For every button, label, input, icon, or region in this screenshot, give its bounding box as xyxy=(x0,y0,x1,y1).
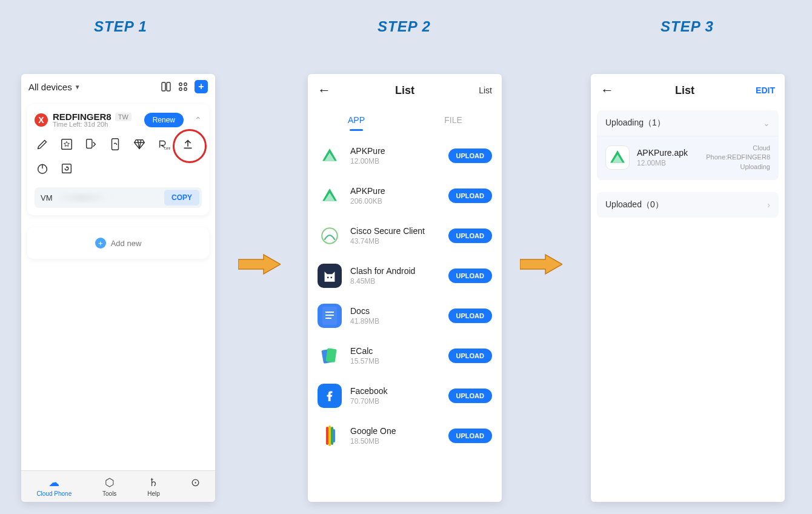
tab-app[interactable]: APP xyxy=(308,108,405,131)
app-row[interactable]: APKPure 12.00MB UPLOAD xyxy=(315,136,494,176)
app-name: Facebook xyxy=(350,386,440,396)
nav-tools[interactable]: ⬡ Tools xyxy=(102,476,116,497)
app-name: APKPure xyxy=(350,186,440,196)
svg-rect-3 xyxy=(167,82,170,91)
list-link[interactable]: List xyxy=(479,85,492,95)
edit-icon[interactable] xyxy=(36,138,49,151)
upload-icon[interactable] xyxy=(181,138,195,151)
svg-rect-10 xyxy=(112,139,119,150)
app-name: APKPure xyxy=(350,146,440,156)
plus-circle-icon: + xyxy=(95,238,106,249)
nav-cloud-phone[interactable]: ☁ Cloud Phone xyxy=(36,476,72,497)
step2-phone: ← List List APP FILE APKPure 12.00MB UPL… xyxy=(308,74,502,502)
arrow-icon xyxy=(520,253,562,275)
app-row[interactable]: Clash for Android 8.45MB UPLOAD xyxy=(315,256,494,296)
svg-marker-1 xyxy=(520,255,562,274)
apkpure-icon xyxy=(605,145,630,170)
edit-button[interactable]: EDIT xyxy=(756,85,775,95)
app-icon xyxy=(318,304,342,328)
page-title: List xyxy=(675,84,694,97)
app-size: 43.74MB xyxy=(350,237,440,245)
tab-file[interactable]: FILE xyxy=(405,108,502,131)
app-icon xyxy=(318,264,342,288)
copy-button[interactable]: COPY xyxy=(164,190,199,205)
step-2-label: STEP 2 xyxy=(378,18,431,35)
upload-button[interactable]: UPLOAD xyxy=(448,429,492,443)
help-icon: ♄ xyxy=(148,476,158,489)
bottom-nav: ☁ Cloud Phone ⬡ Tools ♄ Help ⊙ xyxy=(21,470,215,502)
swap-icon[interactable] xyxy=(84,138,98,151)
cloud-phone-icon: ☁ xyxy=(48,476,59,489)
add-new-card[interactable]: + Add new xyxy=(27,227,209,259)
svg-rect-22 xyxy=(325,348,336,362)
page-title: List xyxy=(395,84,414,97)
nav-help[interactable]: ♄ Help xyxy=(147,476,160,497)
devices-dropdown-label: All devices xyxy=(28,82,72,92)
upload-status: Uploading xyxy=(695,162,770,172)
step-1-label: STEP 1 xyxy=(94,18,147,35)
uploaded-label: Uploaded（0） xyxy=(605,199,664,210)
app-icon xyxy=(318,384,342,408)
root-off-icon[interactable]: OFF xyxy=(157,138,170,151)
nav-more-label xyxy=(195,490,196,497)
app-name: Cisco Secure Client xyxy=(350,226,440,236)
svg-rect-9 xyxy=(87,139,92,149)
svg-point-6 xyxy=(179,88,182,90)
svg-text:OFF: OFF xyxy=(164,147,170,150)
device-status-icon: X xyxy=(35,113,48,127)
app-size: 70.70MB xyxy=(350,397,440,406)
layout-toggle-icon[interactable] xyxy=(161,81,171,92)
uploading-header[interactable]: Uploading（1） ⌄ xyxy=(597,110,779,136)
device-card: X REDFINGER8 TW Time Left: 31d 20h Renew… xyxy=(27,104,209,215)
more-icon: ⊙ xyxy=(191,476,200,489)
step-3-label: STEP 3 xyxy=(661,18,714,35)
star-box-icon[interactable] xyxy=(60,138,73,151)
app-row[interactable]: Facebook 70.70MB UPLOAD xyxy=(315,376,494,416)
nav-more[interactable]: ⊙ xyxy=(191,476,200,497)
power-icon[interactable] xyxy=(36,162,49,175)
devices-dropdown[interactable]: All devices ▼ xyxy=(28,82,81,92)
region-badge: TW xyxy=(115,113,131,121)
back-button[interactable]: ← xyxy=(601,82,614,98)
arrow-icon xyxy=(238,253,281,275)
renew-button[interactable]: Renew xyxy=(144,113,184,127)
caret-down-icon: ▼ xyxy=(75,84,81,90)
add-button[interactable]: + xyxy=(195,80,208,93)
app-icon xyxy=(318,184,342,208)
svg-point-16 xyxy=(330,276,332,278)
app-row[interactable]: APKPure 206.00KB UPLOAD xyxy=(315,176,494,216)
upload-button[interactable]: UPLOAD xyxy=(448,269,492,283)
app-name: Google One xyxy=(350,426,440,436)
app-row[interactable]: Google One 18.50MB UPLOAD xyxy=(315,416,494,456)
diamond-icon[interactable] xyxy=(133,138,146,151)
chevron-down-icon: ⌄ xyxy=(763,118,770,128)
chevron-up-icon[interactable]: ⌃ xyxy=(195,115,202,125)
upload-button[interactable]: UPLOAD xyxy=(448,309,492,323)
grid-icon[interactable] xyxy=(178,81,188,92)
nav-tools-label: Tools xyxy=(102,490,116,497)
vm-id-prefix: VM xyxy=(41,193,53,202)
upload-button[interactable]: UPLOAD xyxy=(448,349,492,363)
step3-phone: ← List EDIT Uploading（1） ⌄ APKPure.apk 1… xyxy=(591,74,785,502)
restore-icon[interactable] xyxy=(60,162,73,175)
app-list: APKPure 12.00MB UPLOAD APKPure 206.00KB … xyxy=(308,131,502,502)
upload-button[interactable]: UPLOAD xyxy=(448,229,492,243)
nav-help-label: Help xyxy=(147,490,160,497)
app-row[interactable]: Docs 41.89MB UPLOAD xyxy=(315,296,494,336)
svg-rect-20 xyxy=(325,318,331,319)
upload-button[interactable]: UPLOAD xyxy=(448,389,492,403)
uploaded-header[interactable]: Uploaded（0） › xyxy=(597,192,779,218)
phone-refresh-icon[interactable] xyxy=(108,138,122,151)
app-icon xyxy=(318,224,342,248)
upload-button[interactable]: UPLOAD xyxy=(448,189,492,203)
uploading-item[interactable]: APKPure.apk 12.00MB Cloud Phone:REDFINGE… xyxy=(597,136,779,180)
upload-button[interactable]: UPLOAD xyxy=(448,149,492,163)
app-row[interactable]: ECalc 15.57MB UPLOAD xyxy=(315,336,494,376)
app-icon xyxy=(318,144,342,168)
add-new-label: Add new xyxy=(111,239,142,248)
upload-item-size: 12.00MB xyxy=(637,159,688,167)
app-name: Clash for Android xyxy=(350,266,440,276)
back-button[interactable]: ← xyxy=(318,82,331,98)
svg-point-4 xyxy=(179,83,182,85)
app-row[interactable]: Cisco Secure Client 43.74MB UPLOAD xyxy=(315,216,494,256)
